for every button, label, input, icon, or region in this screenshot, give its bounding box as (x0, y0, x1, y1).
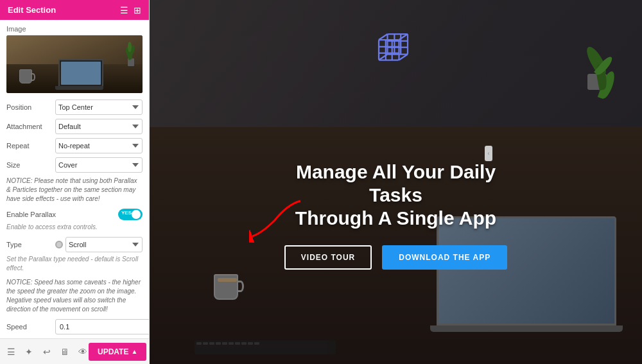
coffee-mug-decoration (214, 274, 246, 306)
hero-title-line2: Through A Single App (295, 207, 496, 229)
grid-icon[interactable]: ⊞ (134, 5, 141, 15)
type-hint: Set the Parallax type needed - default i… (6, 255, 143, 273)
panel-content: Image (0, 20, 149, 338)
enable-parallax-row: Enable Parallax YES (6, 209, 143, 220)
parallax-toggle[interactable]: YES (118, 209, 143, 220)
speed-label: Speed (6, 323, 53, 331)
enable-parallax-label: Enable Parallax (6, 211, 116, 218)
main-area: + ⊞ × (150, 0, 642, 364)
update-label: UPDATE (98, 347, 128, 356)
panel-header: Edit Section ☰ ⊞ (0, 0, 149, 20)
update-button[interactable]: UPDATE ▲ (89, 343, 146, 361)
parallax-notice: NOTICE: Please note that using both Para… (6, 177, 143, 204)
star-icon[interactable]: ✦ (23, 346, 35, 358)
hero-title: Manage All Your Daily Tasks Through A Si… (268, 160, 525, 230)
download-app-button[interactable]: DOWNLOAD THE APP (382, 245, 507, 270)
svg-line-2 (379, 34, 388, 40)
bottom-bar: ☰ ✦ ↩ 🖥 👁 UPDATE ▲ (0, 338, 149, 364)
video-tour-button[interactable]: VIDEO TOUR (284, 245, 372, 270)
hamburger-icon[interactable]: ☰ (120, 5, 128, 15)
hero-buttons: VIDEO TOUR DOWNLOAD THE APP (268, 245, 525, 270)
plant-decoration (578, 13, 616, 90)
position-row: Position Top Center Top Left Top Right C… (6, 100, 143, 115)
scroll-indicator[interactable]: ‹ (485, 146, 492, 161)
attachment-row: Attachment Default Fixed Scroll (6, 119, 143, 134)
parallax-hint: Enable to access extra controls. (6, 223, 143, 232)
hero-title-line1: Manage All Your Daily Tasks (296, 161, 496, 205)
position-select[interactable]: Top Center Top Left Top Right Center Bot… (55, 100, 143, 115)
panel-title: Edit Section (8, 5, 56, 15)
size-row: Size Cover Auto Contain (6, 157, 143, 173)
repeat-label: Repeat (6, 142, 53, 150)
size-label: Size (6, 161, 53, 169)
speed-notice: NOTICE: Speed has some caveats - the hig… (6, 278, 143, 314)
svg-rect-0 (379, 40, 399, 60)
cube-logo (367, 22, 425, 80)
attachment-label: Attachment (6, 123, 53, 130)
bottom-icons: ☰ ✦ ↩ 🖥 👁 (5, 346, 89, 358)
edit-panel: Edit Section ☰ ⊞ Image (0, 0, 150, 364)
eye-icon[interactable]: 👁 (77, 346, 89, 358)
desktop-icon[interactable]: 🖥 (59, 346, 71, 358)
hamburger-bottom-icon[interactable]: ☰ (5, 346, 17, 358)
type-label: Type (6, 241, 53, 248)
speed-hint: This should be set between -1 to a max o… (6, 337, 143, 338)
repeat-select[interactable]: No-repeat Repeat Repeat-X Repeat-Y (55, 138, 143, 153)
keyboard-decoration (195, 340, 336, 354)
speed-row: Speed (6, 319, 143, 334)
speed-input[interactable] (55, 319, 149, 334)
update-chevron-icon: ▲ (131, 348, 137, 355)
svg-rect-1 (387, 34, 408, 55)
cube-svg (367, 22, 425, 80)
header-icons: ☰ ⊞ (120, 5, 141, 15)
hero-text: Manage All Your Daily Tasks Through A Si… (268, 160, 525, 270)
svg-line-5 (399, 55, 408, 60)
undo-icon[interactable]: ↩ (41, 346, 53, 358)
type-select[interactable]: Scroll Mouse Track 3D (65, 237, 143, 252)
laptop-base (430, 325, 623, 332)
size-select[interactable]: Cover Auto Contain (55, 157, 143, 173)
repeat-row: Repeat No-repeat Repeat Repeat-X Repeat-… (6, 138, 143, 153)
position-label: Position (6, 103, 53, 111)
attachment-select[interactable]: Default Fixed Scroll (55, 119, 143, 134)
image-preview (6, 35, 143, 93)
type-radio[interactable] (55, 241, 63, 248)
toggle-yes-label: YES (121, 210, 132, 216)
image-label: Image (6, 25, 143, 33)
type-row: Type Scroll Mouse Track 3D (6, 237, 143, 252)
